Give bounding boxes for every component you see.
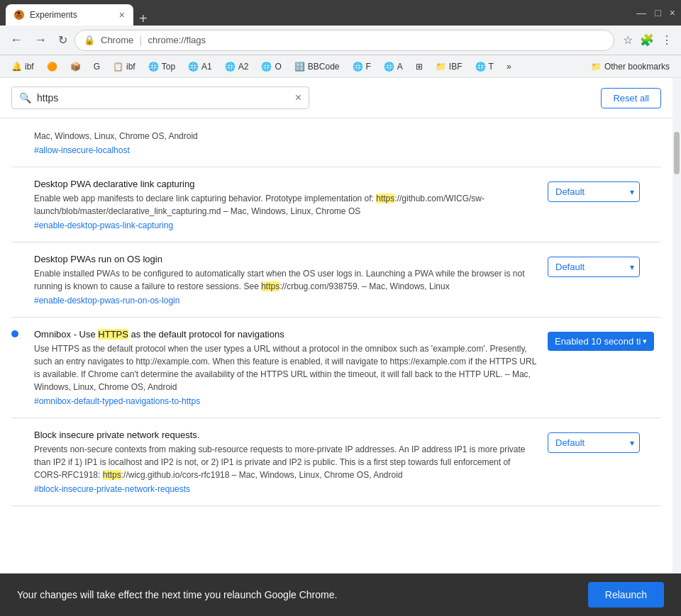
flag-highlight-1: https [376, 194, 394, 203]
refresh-button[interactable]: ↻ [54, 30, 72, 50]
flag-title-1: Desktop PWA declarative link capturing [34, 179, 536, 189]
flag-control-1: Default Enabled Disabled [548, 179, 661, 202]
bookmark-item-ibf2[interactable]: 📋 ibf [107, 60, 141, 73]
flag-dot-col-1 [11, 179, 23, 180]
new-tab-button[interactable]: + [139, 11, 148, 26]
select-wrapper-4[interactable]: Default Enabled Disabled [548, 432, 640, 453]
bookmark-item-square[interactable]: 📦 [65, 60, 87, 73]
bookmark-favicon: 📋 [113, 62, 123, 72]
flag-link-4[interactable]: #block-insecure-private-network-requests [34, 484, 536, 494]
flag-enabled-button-3[interactable]: Enabled 10 second ti [548, 332, 654, 351]
relaunch-message: Your changes will take effect the next t… [17, 589, 588, 600]
bookmark-favicon: 🔔 [11, 62, 22, 72]
bookmark-item-top[interactable]: 🌐 Top [143, 60, 181, 73]
scrollbar[interactable] [672, 78, 681, 616]
bookmark-item-reddit[interactable]: 🟠 [41, 60, 63, 73]
flag-title-3: Omnibox - Use HTTPS as the default proto… [34, 329, 536, 340]
tab-close-button[interactable]: × [119, 9, 125, 21]
back-button[interactable]: ← [6, 30, 27, 50]
other-bookmarks[interactable]: 📁 Other bookmarks [585, 60, 675, 73]
flag-dot-col-4 [11, 430, 23, 431]
forward-button[interactable]: → [30, 30, 51, 50]
bookmark-favicon: 🌐 [225, 62, 236, 72]
search-input[interactable] [37, 92, 289, 103]
flag-select-4[interactable]: Default Enabled Disabled [548, 432, 640, 453]
bookmark-item-more[interactable]: » [501, 60, 517, 73]
maximize-button[interactable]: □ [655, 7, 660, 18]
tab-title: Experiments [30, 10, 77, 20]
bookmark-item-google[interactable]: G [88, 60, 106, 73]
flag-select-1[interactable]: Default Enabled Disabled [548, 181, 640, 202]
bookmark-item-bbcode[interactable]: 🔠 BBCode [289, 60, 345, 73]
flag-content-3: Omnibox - Use HTTPS as the default proto… [34, 329, 536, 406]
scroll-track [672, 78, 681, 616]
bookmark-item-a1[interactable]: 🌐 A1 [182, 60, 218, 73]
select-wrapper-2[interactable]: Default Enabled Disabled [548, 257, 640, 277]
security-icon: 🔒 [84, 35, 95, 45]
flags-content[interactable]: 🔍 × Reset all Mac, Windows, Linux, Chrom… [0, 78, 672, 616]
star-icon[interactable]: ☆ [620, 30, 636, 50]
flag-item-block-insecure: Block insecure private network requests.… [11, 418, 661, 506]
bookmark-favicon: 📁 [436, 62, 446, 72]
bookmark-favicon: 🌐 [261, 62, 272, 72]
clear-search-button[interactable]: × [295, 91, 301, 104]
more-label: » [506, 62, 511, 72]
flag-highlight-2: https [261, 281, 279, 291]
extension-icon[interactable]: 🧩 [637, 30, 657, 50]
flag-content-2: Desktop PWAs run on OS login Enable inst… [34, 254, 536, 306]
bookmark-label: ibf [126, 62, 135, 72]
bookmark-item-f[interactable]: 🌐 F [347, 60, 377, 73]
flag-link-2[interactable]: #enable-desktop-pwas-run-on-os-login [34, 296, 536, 306]
bookmark-item-o[interactable]: 🌐 O [255, 60, 287, 73]
window-controls: — □ × [636, 7, 675, 18]
flag-desc-4: Prevents non-secure contexts from making… [34, 443, 536, 481]
bookmark-label: ibf [25, 62, 34, 72]
flag-control-partial [548, 130, 661, 133]
flag-desc-3: Use HTTPS as the default protocol when t… [34, 342, 536, 393]
bookmark-item-grid[interactable]: ⊞ [410, 60, 428, 73]
bookmark-favicon: 🌐 [353, 62, 363, 72]
flag-link-allow-insecure[interactable]: #allow-insecure-localhost [34, 145, 536, 155]
bookmarks-bar: 🔔 ibf 🟠 📦 G 📋 ibf 🌐 Top 🌐 A1 🌐 A2 🌐 O 🔠 … [0, 55, 681, 78]
flag-select-2[interactable]: Default Enabled Disabled [548, 257, 640, 277]
select-wrapper-1[interactable]: Default Enabled Disabled [548, 181, 640, 202]
bookmark-item-a2[interactable]: 🌐 A2 [219, 60, 255, 73]
bookmark-label: A2 [238, 62, 249, 72]
close-button[interactable]: × [670, 7, 675, 18]
active-tab[interactable]: ⚗ Experiments × [6, 4, 133, 26]
bookmark-favicon: 🌐 [475, 62, 486, 72]
flag-desc-after-2: ://crbug.com/938759. – Mac, Windows, Lin… [279, 281, 449, 291]
bookmark-item-a[interactable]: 🌐 A [378, 60, 409, 73]
bookmark-item-t[interactable]: 🌐 T [470, 60, 499, 73]
bottom-bar: Your changes will take effect the next t… [0, 573, 681, 616]
flag-dot-col-2 [11, 254, 23, 255]
address-bar[interactable]: 🔒 Chrome | chrome://flags [74, 30, 614, 51]
bookmark-favicon: 🌐 [188, 62, 199, 72]
relaunch-button[interactable]: Relaunch [588, 582, 664, 607]
bookmark-favicon: 🌐 [384, 62, 394, 72]
search-box[interactable]: 🔍 × [11, 86, 309, 109]
flag-link-3[interactable]: #omnibox-default-typed-navigations-to-ht… [34, 396, 536, 406]
flag-content-1: Desktop PWA declarative link capturing E… [34, 179, 536, 230]
bookmark-item-ibf3[interactable]: 📁 IBF [430, 60, 468, 73]
bookmark-label: O [275, 62, 281, 72]
bookmark-item-ibf[interactable]: 🔔 ibf [6, 60, 40, 73]
bookmark-favicon: G [94, 62, 100, 72]
bookmark-favicon: 🌐 [148, 62, 159, 72]
bookmark-label: T [489, 62, 494, 72]
bookmark-label: BBCode [308, 62, 340, 72]
bookmark-label: Top [162, 62, 175, 72]
main-content: 🔍 × Reset all Mac, Windows, Linux, Chrom… [0, 78, 681, 616]
flag-desc-2: Enable installed PWAs to be configured t… [34, 267, 536, 293]
toolbar-icons: ☆ 🧩 ⋮ [620, 30, 675, 50]
scroll-thumb[interactable] [674, 132, 680, 174]
menu-icon[interactable]: ⋮ [658, 30, 675, 50]
reset-all-button[interactable]: Reset all [601, 88, 661, 108]
bookmark-label: A [397, 62, 403, 72]
flag-item-partial: Mac, Windows, Linux, Chrome OS, Android … [11, 118, 661, 167]
flag-item-desktop-pwa-link: Desktop PWA declarative link capturing E… [11, 167, 661, 242]
bookmark-favicon: 📦 [70, 62, 81, 72]
flag-desc-partial: Mac, Windows, Linux, Chrome OS, Android [34, 130, 536, 142]
flag-link-1[interactable]: #enable-desktop-pwas-link-capturing [34, 220, 536, 230]
minimize-button[interactable]: — [636, 7, 646, 18]
